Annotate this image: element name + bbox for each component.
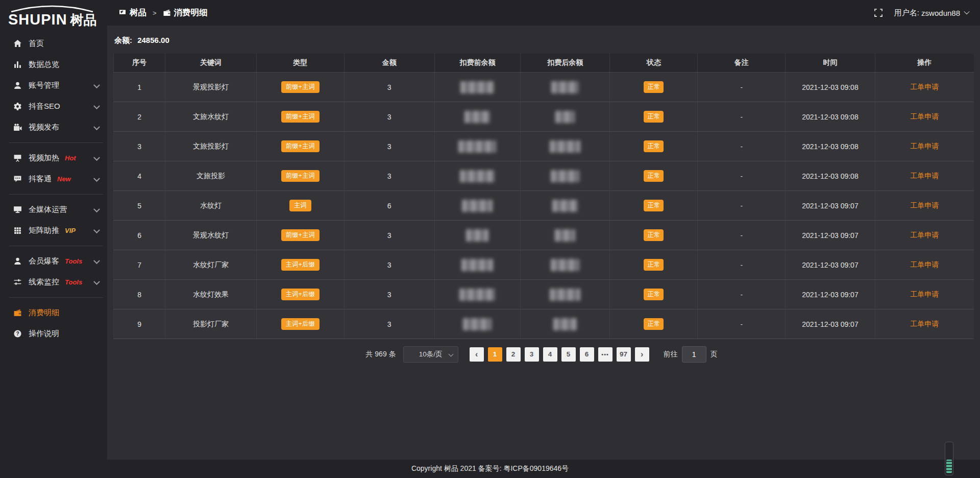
ticket-apply-link[interactable]: 工单申请 [910,142,939,150]
breadcrumb-root[interactable]: 树品 [118,7,146,18]
table-header-row: 序号关键词类型金额扣费前余额扣费后余额状态备注时间操作 [114,54,974,73]
sidebar-item-matrix-boost[interactable]: 矩阵助推VIP [0,220,107,241]
sidebar-item-lead-monitoring[interactable]: 线索监控Tools [0,272,107,293]
cell-remark: - [698,102,786,132]
app: SHUPIN 树品 首页数据总览账号管理抖音SEO视频发布视频加热Hot抖客通N… [0,0,980,478]
balance-label: 余额: [114,36,132,44]
cell-balance-after [521,102,610,132]
column-header: 扣费后余额 [521,54,610,73]
prev-page-button[interactable]: ‹ [470,347,484,362]
goto-page-input[interactable] [682,346,706,363]
page-button-3[interactable]: 3 [525,347,539,362]
username: zswodun88 [921,9,960,17]
sidebar-item-member-marketing[interactable]: 会员爆客Tools [0,251,107,272]
ticket-apply-link[interactable]: 工单申请 [910,290,939,298]
cell-keyword: 水纹灯效果 [165,280,257,309]
sidebar-item-consumption-detail[interactable]: 消费明细 [0,302,107,323]
cell-amount: 3 [344,73,434,102]
cell-amount: 3 [344,102,434,132]
app-icon [118,9,127,17]
breadcrumb-current[interactable]: 消费明细 [163,7,208,18]
ticket-apply-link[interactable]: 工单申请 [910,172,939,180]
sidebar-item-label: 操作说明 [29,329,59,339]
cell-remark: - [698,309,786,339]
ticket-apply-link[interactable]: 工单申请 [910,83,939,91]
type-badge: 主词+后缀 [281,318,320,330]
chevron-down-icon [93,206,100,212]
cell-action: 工单申请 [875,161,974,191]
page-button-1[interactable]: 1 [488,347,502,362]
sidebar-item-douketong[interactable]: 抖客通New [0,169,107,189]
user-menu[interactable]: 用户名: zswodun88 [894,8,969,18]
remark-text: - [741,83,743,91]
fullscreen-icon[interactable] [874,8,883,17]
cell-type: 前缀+主词 [256,102,344,132]
ticket-apply-link[interactable]: 工单申请 [910,260,939,269]
sidebar-item-operation-guide[interactable]: ?操作说明 [0,323,107,344]
sidebar-item-label: 会员爆客 [29,256,59,266]
cell-amount: 3 [344,280,434,309]
sidebar-item-data-overview[interactable]: 数据总览 [0,54,107,75]
type-badge: 前缀+主词 [281,111,320,123]
column-header: 扣费前余额 [434,54,521,73]
sidebar-item-badge: Tools [65,278,82,286]
cell-amount: 3 [344,250,434,280]
sidebar-item-douyin-seo[interactable]: 抖音SEO [0,96,107,117]
cell-index: 6 [114,221,165,250]
sidebar-item-label: 消费明细 [29,308,59,318]
cell-time: 2021-12-03 09:07 [786,309,875,339]
table-row: 4文旅投影前缀+主词3正常-2021-12-03 09:08工单申请 [114,161,974,191]
column-header: 关键词 [165,54,257,73]
cell-balance-before [434,161,521,191]
breadcrumb-current-label: 消费明细 [174,7,208,18]
table-row: 3文旅投影灯前缀+主词3正常-2021-12-03 09:08工单申请 [114,132,974,161]
next-page-button[interactable]: › [635,347,649,362]
chevron-down-icon [93,154,100,161]
page-size-select[interactable]: 10条/页 [403,346,458,363]
cell-remark: - [698,191,786,221]
cell-index: 5 [114,191,165,221]
sidebar-item-badge: Tools [65,257,82,265]
page-button-6[interactable]: 6 [580,347,594,362]
sidebar-item-video-heating[interactable]: 视频加热Hot [0,148,107,169]
type-badge: 主词 [289,200,311,212]
cell-index: 4 [114,161,165,191]
home-icon [13,39,22,48]
floating-widget[interactable] [945,442,953,475]
page-button-4[interactable]: 4 [543,347,557,362]
sidebar-item-account-management[interactable]: 账号管理 [0,75,107,96]
sidebar-item-video-publish[interactable]: 视频发布 [0,117,107,138]
page-ellipsis-button[interactable]: ••• [598,347,612,362]
pagination: 共 969 条 10条/页 ‹ 123456•••97 › 前往 页 [113,346,974,363]
sidebar-item-media-operation[interactable]: 全媒体运营 [0,199,107,220]
goto-unit: 页 [710,350,718,359]
sidebar-item-label: 账号管理 [29,81,59,90]
menu-divider [9,194,103,195]
pagination-total: 共 969 条 [365,350,396,359]
sidebar-item-home[interactable]: 首页 [0,33,107,54]
ticket-apply-link[interactable]: 工单申请 [910,231,939,239]
masked-balance-after [553,318,577,330]
cell-balance-before [434,280,521,309]
page-button-5[interactable]: 5 [561,347,576,362]
ticket-apply-link[interactable]: 工单申请 [910,201,939,209]
status-badge: 正常 [644,170,664,182]
brand-logo[interactable]: SHUPIN 树品 [0,0,107,30]
copyright-text: Copyright 树品 2021 备案号: 粤ICP备09019646号 [411,464,569,473]
chat-icon [13,175,22,183]
type-badge: 前缀+主词 [281,140,320,153]
cell-type: 前缀+主词 [256,73,344,102]
column-header: 操作 [875,54,974,73]
cell-status: 正常 [610,161,698,191]
cell-balance-before [434,73,521,102]
remark-text: - [741,231,743,240]
ticket-apply-link[interactable]: 工单申请 [910,112,939,121]
sidebar-item-label: 全媒体运营 [29,205,67,214]
page-size-value: 10条/页 [419,350,443,359]
cell-balance-after [521,191,610,221]
page-button-2[interactable]: 2 [506,347,521,362]
cell-balance-before [434,191,521,221]
page-button-97[interactable]: 97 [617,347,631,362]
remark-text: - [741,172,743,180]
ticket-apply-link[interactable]: 工单申请 [910,320,939,328]
